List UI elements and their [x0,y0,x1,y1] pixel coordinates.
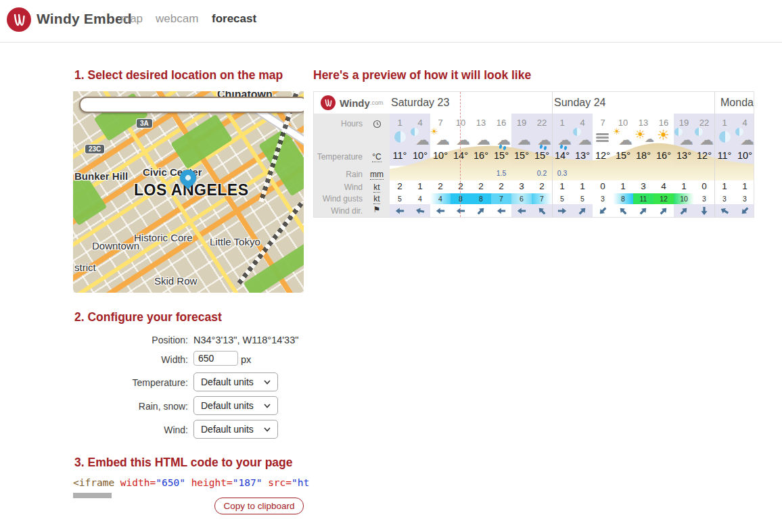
wind-direction-cell [430,205,451,216]
forecast-wind: 1 [572,181,593,191]
position-value: N34°3'13", W118°14'33" [193,335,298,345]
forecast-hour: 22 [694,118,714,128]
forecast-wind: 1 [674,181,694,191]
sun-cloud-icon: ☀☁ [431,129,450,145]
wind-direction-arrow-icon [637,204,650,218]
nav-forecast[interactable]: forecast [212,12,256,26]
forecast-icon-cell [593,128,613,146]
width-unit: px [241,354,251,365]
wind-direction-cell [491,205,511,216]
wind-direction-arrow-icon [436,206,445,216]
location-map[interactable]: Chinatown 3A 23C Bunker Hill Civic Cente… [73,91,304,293]
temperature-select[interactable]: Default units [193,372,278,391]
wind-direction-arrow-icon [616,204,630,218]
map-label-bunker-hill: Bunker Hill [74,170,128,182]
rain-snow-label: Rain, snow: [73,401,188,412]
code-token [185,477,191,488]
forecast-gust: 6 [511,195,532,203]
clock-icon[interactable] [367,120,387,130]
unit-rain[interactable]: mm [367,170,387,179]
nav-map[interactable]: map [120,12,143,26]
rain-snow-select[interactable]: Default units [193,396,278,415]
forecast-wind: 2 [532,181,552,191]
widget-day-label: Monday [720,97,754,109]
forecast-gust: 3 [714,195,735,203]
wind-flag-icon[interactable]: ⚑ [367,205,387,214]
temperature-select-value: Default units [201,377,254,387]
unit-temperature[interactable]: °C [367,152,387,162]
windy-logo-icon [321,95,336,110]
forecast-temperature: 10° [735,150,754,161]
forecast-temperature: 14° [552,150,572,161]
forecast-icon-cell: ☁ [451,128,471,146]
cloud-icon: ☁ [451,129,470,145]
code-token [262,477,268,488]
wind-direction-cell [613,205,633,216]
wind-direction-arrow-icon [474,204,488,218]
forecast-preview-widget: Windy .com Saturday 23Sunday 24Monday Ho… [313,91,754,218]
forecast-temperature: 10° [410,150,430,161]
forecast-wind: 3 [633,181,653,191]
wind-direction-arrow-icon [699,206,709,216]
nav-webcam[interactable]: webcam [156,12,198,26]
forecast-hour: 19 [511,118,532,128]
forecast-temperature: 13° [572,150,593,161]
forecast-rain: 1.5 [491,169,511,177]
forecast-wind: 1 [714,181,735,191]
forecast-icon-cell: ☀☁ [613,128,633,146]
map-search-input[interactable] [79,97,304,113]
wind-direction-cell [694,205,714,216]
widget-day-label: Saturday 23 [391,97,449,109]
forecast-gust: 3 [694,195,714,203]
forecast-icon-cell: ☁ [552,128,572,146]
unit-wind[interactable]: kt [367,183,387,192]
forecast-hour: 13 [633,118,653,128]
wind-direction-arrow-icon [517,206,526,216]
forecast-gust: 4 [410,195,430,203]
forecast-wind: 2 [491,181,511,191]
wind-select[interactable]: Default units [193,420,278,439]
code-token: = [285,477,292,488]
forecast-temperature: 14° [451,150,471,161]
moon-cloud-icon: ☁ [411,129,430,145]
forecast-hour: 4 [735,118,754,128]
wind-direction-cell [532,205,552,216]
forecast-wind: 3 [511,181,532,191]
widget-day-label: Sunday 24 [554,97,606,109]
moon-icon [715,129,734,145]
unit-gusts[interactable]: kt [367,194,387,203]
forecast-temperature: 15° [532,150,552,161]
wind-direction-arrow-icon [657,204,670,218]
map-label-district: strict [74,262,96,273]
wind-direction-cell [735,205,754,216]
forecast-columns: 111°254☁10°147☀☁10°2410☁14°2813☁16°2816☁… [390,114,754,217]
forecast-icon-cell: ☁ [674,128,694,146]
chevron-down-icon [264,380,271,385]
rain-icon: ☁ [553,129,572,145]
row-label-dir: Wind dir. [314,206,363,216]
widget-brand-suffix: .com [370,99,384,106]
code-scrollbar-thumb[interactable] [73,493,112,498]
map-label-historic-core: Historic Core [134,232,193,243]
moon-icon [390,129,409,145]
forecast-gust: 8 [613,195,633,203]
code-token: "187" [233,477,262,488]
step1-heading: 1. Select desired location on the map [74,68,283,82]
forecast-wind: 1 [735,181,754,191]
width-input[interactable] [193,351,238,366]
code-token: = [150,477,156,488]
forecast-icon-cell: ☀☁ [430,128,451,146]
wind-direction-cell [410,205,430,216]
forecast-wind: 0 [593,181,613,191]
forecast-temperature: 16° [653,150,674,161]
copy-to-clipboard-button[interactable]: Copy to clipboard [214,498,304,514]
code-token: "650" [156,477,185,488]
embed-code[interactable]: <iframe width="650" height="187" src="ht [73,477,309,488]
forecast-temperature: 15° [491,150,511,161]
wind-direction-cell [552,205,572,216]
moon-cloud-icon: ☁ [674,129,693,145]
wind-direction-cell [451,205,471,216]
sun-icon: ☀ [654,129,673,145]
forecast-gust: 8 [451,195,471,203]
moon-cloud-icon: ☁ [573,129,592,145]
